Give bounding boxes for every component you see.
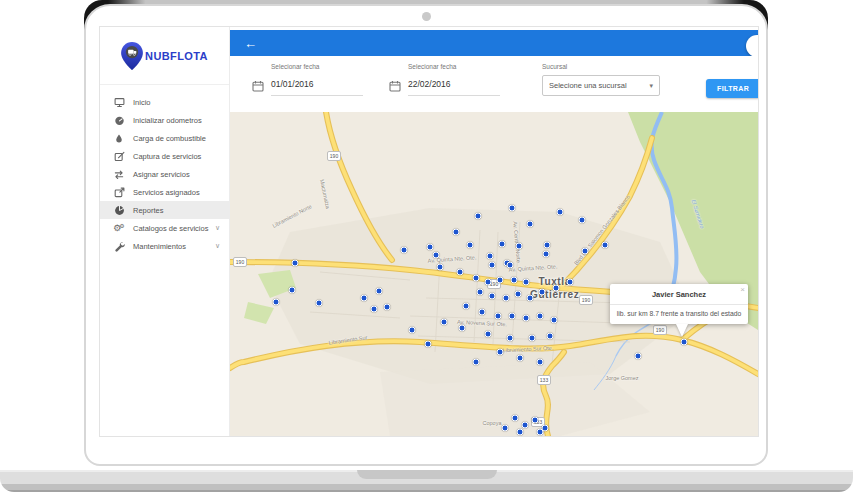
sidebar-item-asignar-servicios[interactable]: Asignar servicios — [100, 165, 229, 183]
vehicle-marker[interactable] — [441, 319, 448, 326]
vehicle-marker[interactable] — [512, 415, 519, 422]
vehicle-marker[interactable] — [507, 335, 514, 342]
sidebar-item-reportes[interactable]: Reportes — [100, 201, 229, 219]
topbar: ← — [230, 30, 758, 56]
vehicle-marker[interactable] — [453, 229, 460, 236]
vehicle-marker[interactable] — [529, 335, 536, 342]
vehicle-marker[interactable] — [515, 291, 522, 298]
vehicle-marker[interactable] — [511, 277, 518, 284]
vehicle-marker[interactable] — [433, 252, 440, 259]
vehicle-marker[interactable] — [497, 349, 504, 356]
sidebar-item-label: Catalogos de servicios — [133, 224, 208, 233]
vehicle-marker[interactable] — [371, 306, 378, 313]
date-to-input[interactable]: 22/02/2016 — [408, 79, 500, 96]
vehicle-marker[interactable] — [361, 295, 368, 302]
sidebar-item-label: Carga de combustible — [133, 134, 206, 143]
vehicle-marker[interactable] — [527, 295, 534, 302]
vehicle-marker[interactable] — [401, 247, 408, 254]
sidebar-item-mantenimientos[interactable]: Mantenimientos∨ — [100, 237, 229, 255]
vehicle-marker[interactable] — [635, 353, 642, 360]
vehicle-marker[interactable] — [477, 289, 484, 296]
popup-title: Javier Sanchez — [610, 284, 748, 299]
date-to-group: Selecionar fecha 22/02/2016 — [389, 63, 500, 96]
vehicle-marker[interactable] — [523, 315, 530, 322]
wrench-icon — [113, 240, 125, 252]
vehicle-marker[interactable] — [463, 303, 470, 310]
vehicle-marker[interactable] — [485, 279, 492, 286]
sidebar-item-inicializar-odometros[interactable]: Inicializar odometros — [100, 111, 229, 129]
vehicle-marker[interactable] — [437, 264, 444, 271]
vehicle-marker[interactable] — [582, 248, 589, 255]
vehicle-marker[interactable] — [537, 313, 544, 320]
vehicle-marker[interactable] — [567, 279, 574, 286]
vehicle-marker[interactable] — [479, 309, 486, 316]
vehicle-marker[interactable] — [517, 355, 524, 362]
vehicle-marker[interactable] — [557, 209, 564, 216]
vehicle-marker[interactable] — [473, 359, 480, 366]
vehicle-marker[interactable] — [522, 422, 529, 429]
vehicle-marker[interactable] — [457, 269, 464, 276]
vehicle-marker[interactable] — [502, 425, 509, 432]
sidebar-item-servicios-asignados[interactable]: Servicios asignados — [100, 183, 229, 201]
vehicle-marker[interactable] — [544, 242, 551, 249]
laptop-mockup: NUBFLOTA InicioInicializar odometrosCarg… — [0, 0, 853, 492]
vehicle-marker[interactable] — [537, 359, 544, 366]
sidebar-item-carga-de-combustible[interactable]: Carga de combustible — [100, 129, 229, 147]
popup-tail — [676, 324, 688, 337]
popup-close-icon[interactable]: × — [740, 285, 745, 294]
vehicle-marker[interactable] — [475, 213, 482, 220]
sidebar-item-inicio[interactable]: Inicio — [100, 93, 229, 111]
vehicle-marker[interactable] — [273, 299, 280, 306]
branch-select[interactable]: Selecione una sucursal ▾ — [542, 75, 660, 96]
vehicle-marker[interactable] — [579, 217, 586, 224]
vehicle-marker[interactable] — [489, 293, 496, 300]
vehicle-marker[interactable] — [523, 279, 530, 286]
vehicle-marker[interactable] — [681, 339, 688, 346]
date-from-group: Selecionar fecha 01/01/2016 — [252, 63, 363, 96]
sidebar-item-captura-de-servicios[interactable]: Captura de servicios — [100, 147, 229, 165]
date-from-input[interactable]: 01/01/2016 — [271, 79, 363, 96]
vehicle-marker[interactable] — [499, 241, 506, 248]
filter-button[interactable]: FILTRAR — [706, 79, 758, 98]
vehicle-marker[interactable] — [495, 313, 502, 320]
vehicle-marker[interactable] — [427, 244, 434, 251]
vehicle-marker[interactable] — [543, 251, 550, 258]
map-info-popup: × Javier Sanchez lib. sur km 8.7 frente … — [610, 284, 748, 324]
map-base-layer — [230, 112, 758, 436]
vehicle-marker[interactable] — [497, 277, 504, 284]
vehicle-marker[interactable] — [537, 429, 544, 436]
vehicle-marker[interactable] — [384, 304, 391, 311]
sidebar-item-catalogos-de-servicios[interactable]: ⚙⚙Catalogos de servicios∨ — [100, 219, 229, 237]
vehicle-marker[interactable] — [532, 417, 539, 424]
vehicle-marker[interactable] — [409, 327, 416, 334]
vehicle-marker[interactable] — [289, 287, 296, 294]
transfer-icon — [113, 168, 125, 180]
vehicle-marker[interactable] — [553, 285, 560, 292]
vehicle-marker[interactable] — [316, 300, 323, 307]
vehicle-marker[interactable] — [507, 262, 514, 269]
sidebar-item-label: Asignar servicios — [133, 170, 190, 179]
sidebar: NUBFLOTA InicioInicializar odometrosCarg… — [100, 27, 230, 436]
vehicle-marker[interactable] — [487, 253, 494, 260]
vehicle-marker[interactable] — [509, 313, 516, 320]
vehicle-marker[interactable] — [551, 317, 558, 324]
vehicle-marker[interactable] — [485, 331, 492, 338]
vehicle-marker[interactable] — [509, 205, 516, 212]
vehicle-marker[interactable] — [489, 262, 496, 269]
vehicle-marker[interactable] — [467, 242, 474, 249]
vehicle-marker[interactable] — [527, 221, 534, 228]
vehicle-marker[interactable] — [425, 341, 432, 348]
vehicle-marker[interactable] — [539, 289, 546, 296]
vehicle-marker[interactable] — [459, 325, 466, 332]
vehicle-marker[interactable] — [376, 288, 383, 295]
vehicle-marker[interactable] — [292, 260, 299, 267]
vehicle-marker[interactable] — [503, 295, 510, 302]
map-canvas[interactable]: Libramiento NorteMactumatzaAv. Quinta Nt… — [230, 112, 758, 436]
topbar-fab-circle[interactable] — [746, 35, 758, 57]
vehicle-marker[interactable] — [547, 333, 554, 340]
vehicle-marker[interactable] — [517, 429, 524, 436]
back-icon[interactable]: ← — [244, 36, 257, 51]
vehicle-marker[interactable] — [602, 242, 609, 249]
vehicle-marker[interactable] — [516, 243, 523, 250]
vehicle-marker[interactable] — [473, 275, 480, 282]
